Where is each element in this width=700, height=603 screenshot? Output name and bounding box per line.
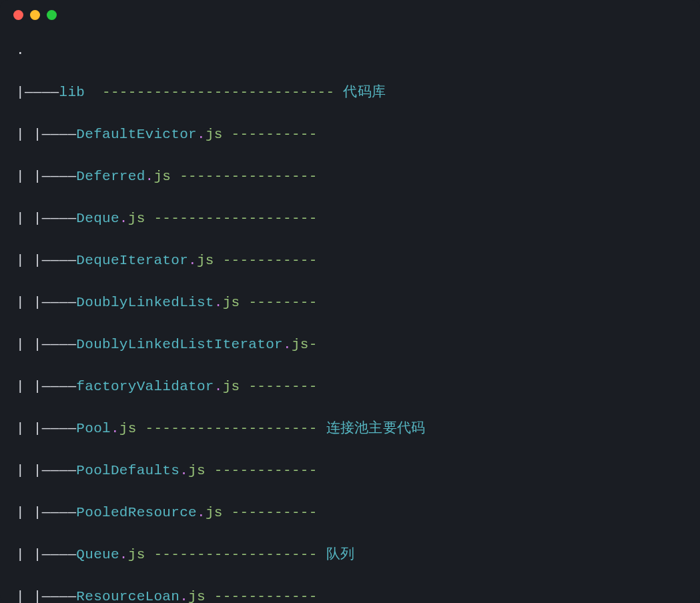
file-ext: js — [119, 421, 137, 436]
tree-pipe: | | — [16, 337, 42, 352]
tree-line: | |————DefaultEvictor.js ---------- — [16, 124, 684, 145]
tree-branch: ———— — [42, 295, 77, 310]
tree-branch: ———— — [25, 85, 59, 100]
tree-branch: ———— — [42, 421, 77, 436]
file-ext: js — [206, 127, 223, 142]
tree-dashes: ------------ — [206, 589, 318, 603]
tree-branch: ———— — [42, 547, 77, 562]
tree-pipe: | | — [16, 211, 42, 226]
file-dot: . — [214, 295, 223, 310]
file-ext: js — [206, 505, 223, 520]
tree-branch: ———— — [42, 379, 77, 394]
tree-pipe: | | — [16, 127, 42, 142]
tree-line: | |————Pool.js -------------------- 连接池主… — [16, 418, 684, 440]
tree-dashes: -------- — [240, 295, 317, 310]
close-icon[interactable] — [13, 10, 23, 20]
file-dot: . — [145, 169, 154, 184]
file-name: PooledResource — [76, 505, 197, 520]
tree-line: | |————Queue.js ------------------- 队列 — [16, 544, 684, 566]
file-ext: js — [153, 169, 171, 184]
file-name: Deferred — [76, 169, 145, 184]
file-dot: . — [180, 589, 188, 603]
tree-line: | |————PooledResource.js ---------- — [16, 502, 684, 524]
tree-line: | |————Deferred.js ---------------- — [16, 166, 684, 187]
file-name: DefaultEvictor — [76, 127, 197, 142]
tree-dashes: ------------ — [206, 463, 318, 478]
file-name: DequeIterator — [76, 253, 188, 268]
tree-dashes: ---------------- — [171, 169, 317, 184]
tree-pipe: | — [16, 85, 25, 100]
file-dot: . — [111, 421, 119, 436]
tree-line: | |————DoublyLinkedListIterator.js- — [16, 334, 684, 356]
file-ext: js — [188, 463, 206, 478]
tree-branch: ———— — [42, 211, 77, 226]
tree-line: | |————DequeIterator.js ----------- — [16, 250, 684, 271]
file-ext: js — [197, 253, 214, 268]
tree-pipe: | | — [16, 253, 42, 268]
file-name: PoolDefaults — [76, 463, 180, 478]
tree-dashes: --------------------------- — [85, 85, 343, 100]
file-dot: . — [180, 463, 188, 478]
tree-pipe: | | — [16, 505, 42, 520]
file-name: DoublyLinkedList — [76, 295, 214, 310]
file-name: factoryValidator — [76, 379, 214, 394]
titlebar — [0, 0, 700, 29]
tree-line: | |————Deque.js ------------------- — [16, 208, 684, 229]
tree-desc: 连接池主要代码 — [326, 421, 426, 436]
tree-pipe: | | — [16, 421, 42, 436]
tree-branch: ———— — [42, 169, 77, 184]
tree-pipe: | | — [16, 547, 42, 562]
terminal-window: . |————lib --------------------------- 代… — [0, 0, 700, 603]
tree-branch: ———— — [42, 337, 77, 352]
file-ext: js — [128, 547, 145, 562]
file-dot: . — [214, 379, 223, 394]
file-name: Queue — [76, 547, 119, 562]
tree-desc: 代码库 — [343, 85, 386, 100]
file-dot: . — [197, 127, 206, 142]
file-name: Deque — [76, 211, 119, 226]
tree-dashes: -------- — [240, 379, 317, 394]
tree-pipe: | | — [16, 169, 42, 184]
file-dot: . — [283, 337, 292, 352]
tree-dashes: - — [309, 337, 318, 352]
tree-dashes: -------------------- — [137, 421, 326, 436]
tree-pipe: | | — [16, 463, 42, 478]
file-ext: js — [223, 379, 240, 394]
zoom-icon[interactable] — [47, 10, 57, 20]
tree-dashes: ---------- — [223, 505, 318, 520]
tree-line-root: . — [16, 40, 684, 61]
file-ext: js — [223, 295, 240, 310]
tree-branch: ———— — [42, 589, 77, 603]
file-name: Pool — [76, 421, 111, 436]
tree-line: |————lib --------------------------- 代码库 — [16, 82, 684, 103]
tree-dashes: ------------------- — [145, 211, 318, 226]
tree-desc: 队列 — [326, 547, 355, 562]
tree-line: | |————DoublyLinkedList.js -------- — [16, 292, 684, 314]
tree-branch: ———— — [42, 127, 77, 142]
tree-pipe: | | — [16, 379, 42, 394]
tree-branch: ———— — [42, 505, 77, 520]
tree-dashes: ---------- — [223, 127, 318, 142]
file-name: ResourceLoan — [76, 589, 180, 603]
tree-pipe: | | — [16, 589, 42, 603]
tree-root: . — [16, 43, 25, 58]
file-ext: js — [188, 589, 206, 603]
file-ext: js — [292, 337, 309, 352]
tree-line: | |————factoryValidator.js -------- — [16, 376, 684, 398]
tree-branch: ———— — [42, 463, 77, 478]
tree-branch: ———— — [42, 253, 77, 268]
file-dot: . — [188, 253, 197, 268]
file-dot: . — [197, 505, 206, 520]
file-name: DoublyLinkedListIterator — [76, 337, 283, 352]
file-name: lib — [59, 85, 85, 100]
tree-content: . |————lib --------------------------- 代… — [0, 29, 700, 603]
tree-dashes: ------------------- — [145, 547, 326, 562]
file-ext: js — [128, 211, 145, 226]
file-dot: . — [119, 547, 128, 562]
tree-pipe: | | — [16, 295, 42, 310]
tree-dashes: ----------- — [214, 253, 318, 268]
file-dot: . — [119, 211, 128, 226]
minimize-icon[interactable] — [30, 10, 40, 20]
tree-line: | |————PoolDefaults.js ------------ — [16, 460, 684, 482]
tree-line: | |————ResourceLoan.js ------------ — [16, 586, 684, 603]
